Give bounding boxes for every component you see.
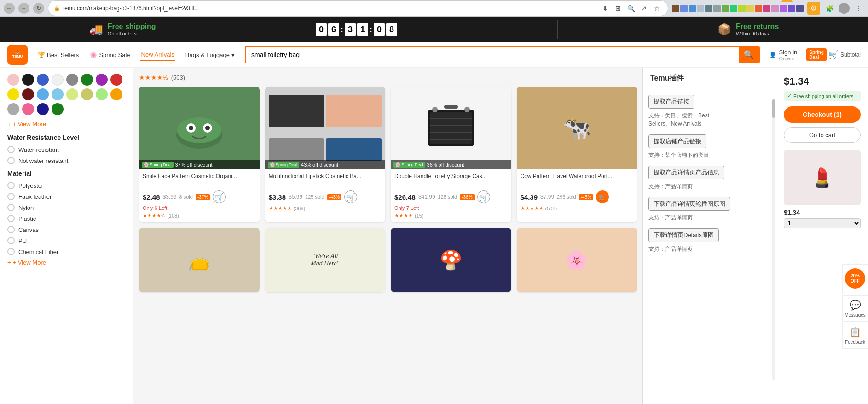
product-card-3[interactable]: 🌸 Spring Deal 36% off discount Double Ha… [391, 87, 511, 222]
color-olive[interactable] [81, 88, 93, 100]
feedback-float-btn[interactable]: 📋 Feedback [842, 323, 868, 349]
swatch-brown[interactable] [672, 5, 679, 12]
product-card-7[interactable]: 🍄 [391, 228, 511, 292]
menu-btn[interactable]: ⋮ [853, 3, 864, 14]
filter-nylon[interactable]: Nylon [7, 204, 126, 211]
color-gray[interactable] [66, 74, 78, 86]
radio-chemical-fiber[interactable] [7, 248, 15, 255]
color-pale-green[interactable] [66, 88, 78, 100]
nav-bags-luggage[interactable]: Bags & Luggage ▾ [185, 50, 236, 60]
swatch-violet[interactable] [788, 5, 795, 12]
refresh-button[interactable]: ↻ [33, 3, 44, 14]
product-card-4[interactable]: 🐄 Cow Pattern Travel Waterproof Port... … [517, 87, 637, 222]
color-navy[interactable] [37, 103, 49, 115]
filter-chemical-fiber[interactable]: Chemical Fiber [7, 248, 126, 255]
color-dark-green[interactable] [81, 74, 93, 86]
color-pink[interactable] [22, 103, 34, 115]
product-card-6[interactable]: "We're AllMad Here" [265, 228, 386, 292]
swatch-light-pink[interactable] [771, 5, 779, 12]
add-cart-1[interactable]: 🛒 [213, 190, 226, 203]
quantity-select[interactable]: 1 2 3 [784, 218, 861, 228]
extensions-btn[interactable]: 🧩 [824, 3, 835, 14]
product-card-2[interactable]: 🌸 Spring Deal 43% off discount Multifunc… [265, 87, 386, 222]
color-yellow[interactable] [7, 88, 19, 100]
product-card-5[interactable]: 👝 [139, 228, 260, 292]
swatch-muted[interactable] [713, 5, 721, 12]
plugin-btn-2[interactable]: 提取店铺产品链接 [648, 134, 706, 148]
translate-icon[interactable]: ⊞ [613, 3, 624, 14]
nav-new-arrivals[interactable]: New Arrivals [140, 49, 175, 61]
swatch-purple[interactable] [780, 5, 787, 12]
radio-pu[interactable] [7, 237, 15, 244]
color-light-blue[interactable] [37, 88, 49, 100]
color-dark-red[interactable] [22, 88, 34, 100]
color-blue[interactable] [37, 74, 49, 86]
filter-not-water-resistant[interactable]: Not water resistant [7, 157, 126, 164]
swatch-orange[interactable] [755, 5, 762, 12]
radio-water-resistant[interactable] [7, 146, 15, 153]
radio-plastic[interactable] [7, 215, 15, 222]
swatch-green1[interactable] [722, 5, 729, 12]
add-cart-3[interactable]: 🛒 [477, 190, 490, 203]
radio-not-water-resistant[interactable] [7, 157, 15, 164]
radio-canvas[interactable] [7, 226, 15, 233]
extension-active[interactable]: ⚙ [807, 2, 820, 15]
product-card-1[interactable]: 🌸 Spring Deal 37% off discount Smile Fac… [139, 87, 260, 222]
address-bar[interactable]: 🔒 temu.com/makeup-bag-o3-1376.html?opt_l… [48, 0, 668, 16]
download-icon[interactable]: ⬇ [600, 3, 611, 14]
forward-button[interactable]: → [18, 3, 29, 14]
color-purple[interactable] [96, 74, 108, 86]
swatch-dark-blue[interactable] [796, 5, 804, 12]
search-input[interactable] [246, 51, 739, 58]
plugin-btn-3[interactable]: 提取产品详情页产品信息 [648, 166, 724, 179]
swatch-gray-blue[interactable] [697, 5, 704, 12]
swatch-pink[interactable] [763, 5, 770, 12]
add-cart-4[interactable]: 🛒 [596, 190, 609, 203]
cart-product-thumbnail[interactable]: 💄 [784, 150, 861, 205]
zoom-icon[interactable]: 🔍 [625, 3, 637, 14]
product-card-8[interactable]: 🌸 [517, 228, 637, 292]
nav-best-sellers[interactable]: 🏆 Best Sellers [37, 50, 80, 60]
color-green[interactable] [52, 103, 64, 115]
discount-float-btn[interactable]: 20% OFF [842, 264, 868, 294]
go-to-cart-button[interactable]: Go to cart [784, 127, 861, 143]
profile-btn[interactable] [839, 3, 850, 14]
color-light-green[interactable] [96, 88, 108, 100]
cart-icon-nav[interactable]: 🛒 [828, 50, 839, 60]
plugin-btn-5[interactable]: 下载详情页Details原图 [648, 228, 719, 242]
plugin-btn-1[interactable]: 提取产品链接 [648, 95, 694, 109]
scrollbar-thumb[interactable] [772, 99, 775, 118]
sign-in-button[interactable]: 👤 Sign in Orders [769, 49, 798, 61]
color-light-pink[interactable] [7, 74, 19, 86]
share-icon[interactable]: ↗ [638, 3, 649, 14]
filter-polyester[interactable]: Polyester [7, 182, 126, 189]
color-orange[interactable] [110, 88, 122, 100]
swatch-green2[interactable] [730, 5, 737, 12]
nav-spring-sale[interactable]: 🌸 Spring Sale [89, 50, 131, 60]
color-red[interactable] [110, 74, 122, 86]
filter-faux-leather[interactable]: Faux leather [7, 193, 126, 200]
swatch-blue2[interactable] [689, 5, 696, 12]
back-button[interactable]: ← [4, 3, 15, 14]
filter-plastic[interactable]: Plastic [7, 215, 126, 222]
swatch-yellow-green[interactable] [738, 5, 746, 12]
color-silver[interactable] [7, 103, 19, 115]
plugin-scrollbar[interactable] [772, 96, 775, 376]
checkout-button[interactable]: Checkout (1) [784, 106, 861, 123]
search-button[interactable]: 🔍 [739, 46, 759, 63]
radio-nylon[interactable] [7, 204, 15, 211]
color-pale-blue[interactable] [52, 88, 64, 100]
filter-canvas[interactable]: Canvas [7, 226, 126, 233]
bookmark-icon[interactable]: ☆ [651, 3, 662, 14]
color-black[interactable] [22, 74, 34, 86]
plugin-btn-4[interactable]: 下载产品详情页轮播图原图 [648, 197, 730, 211]
filter-water-resistant[interactable]: Water-resistant [7, 146, 126, 153]
filter-pu[interactable]: PU [7, 237, 126, 244]
color-view-more[interactable]: + + View More [7, 121, 126, 127]
swatch-blue1[interactable] [680, 5, 688, 12]
radio-polyester[interactable] [7, 182, 15, 189]
radio-faux-leather[interactable] [7, 193, 15, 200]
material-view-more[interactable]: + + View More [7, 259, 126, 266]
temu-logo[interactable]: 🐯 TEMU [7, 45, 28, 65]
swatch-blue-gray[interactable] [705, 5, 712, 12]
